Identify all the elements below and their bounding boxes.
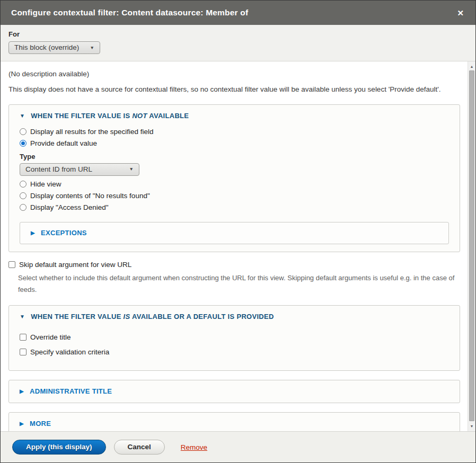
modal-title: Configure contextual filter: Content dat…	[11, 8, 456, 17]
scrollbar-thumb[interactable]	[469, 70, 474, 421]
fieldset-available: ▼ WHEN THE FILTER VALUE IS AVAILABLE OR …	[8, 305, 460, 371]
modal-footer: Apply (this display) Cancel Remove	[1, 431, 475, 462]
fieldset-not-available: ▼ WHEN THE FILTER VALUE IS NOT AVAILABLE…	[8, 104, 460, 252]
radio-row-hide-view: Hide view	[20, 180, 449, 188]
legend-text: WHEN THE FILTER VALUE IS NOT AVAILABLE	[31, 112, 189, 120]
configure-contextual-filter-modal: Configure contextual filter: Content dat…	[0, 0, 476, 463]
radio-label: Provide default value	[30, 139, 97, 147]
skip-default-description: Select whether to include this default a…	[18, 272, 457, 297]
radio-row-display-all: Display all results for the specified fi…	[20, 128, 449, 136]
radio-label: Display all results for the specified fi…	[30, 128, 154, 136]
notice-text: This display does not have a source for …	[8, 84, 460, 95]
checkbox-label: Specify validation criteria	[30, 348, 109, 356]
type-label: Type	[20, 153, 449, 161]
fieldset-available-legend[interactable]: ▼ WHEN THE FILTER VALUE IS AVAILABLE OR …	[20, 313, 449, 320]
checkbox-override-title[interactable]	[20, 334, 27, 341]
radio-label: Display contents of "No results found"	[30, 192, 150, 200]
checkbox-row-override-title: Override title	[20, 333, 449, 341]
checkbox-label: Override title	[30, 333, 71, 341]
legend-text: WHEN THE FILTER VALUE IS AVAILABLE OR A …	[31, 313, 274, 320]
expand-triangle-icon: ▶	[20, 388, 24, 394]
skip-default-row: Skip default argument for view URL	[8, 261, 460, 269]
close-icon[interactable]: ✕	[456, 7, 465, 19]
chevron-down-icon: ▼	[129, 166, 134, 172]
legend-text: ADMINISTRATIVE TITLE	[30, 387, 112, 395]
radio-label: Display "Access Denied"	[30, 203, 109, 211]
for-select-value: This block (override)	[14, 43, 79, 51]
legend-text: EXCEPTIONS	[41, 229, 87, 237]
checkbox-specify-validation[interactable]	[20, 349, 27, 355]
modal-body-content: (No description available) This display …	[1, 61, 468, 431]
expand-triangle-icon: ▶	[20, 421, 24, 426]
type-select-value: Content ID from URL	[25, 165, 92, 173]
fieldset-administrative-title-legend[interactable]: ▶ ADMINISTRATIVE TITLE	[20, 387, 449, 395]
chevron-down-icon: ▼	[90, 45, 94, 50]
collapse-triangle-icon: ▼	[20, 314, 25, 319]
radio-row-no-results: Display contents of "No results found"	[20, 192, 449, 200]
fieldset-not-available-legend[interactable]: ▼ WHEN THE FILTER VALUE IS NOT AVAILABLE	[20, 112, 449, 120]
radio-display-all[interactable]	[20, 128, 27, 135]
no-description-text: (No description available)	[8, 69, 460, 79]
radio-no-results[interactable]	[20, 192, 27, 199]
fieldset-administrative-title: ▶ ADMINISTRATIVE TITLE	[8, 380, 460, 403]
checkbox-row-validation: Specify validation criteria	[20, 348, 449, 356]
for-section: For This block (override) ▼	[1, 25, 475, 61]
cancel-button[interactable]: Cancel	[114, 440, 165, 455]
radio-row-access-denied: Display "Access Denied"	[20, 203, 449, 211]
radio-row-provide-default: Provide default value	[20, 139, 449, 147]
radio-label: Hide view	[30, 180, 61, 188]
expand-triangle-icon: ▶	[31, 230, 35, 236]
fieldset-more: ▶ MORE	[8, 412, 460, 431]
fieldset-exceptions-legend[interactable]: ▶ EXCEPTIONS	[31, 229, 438, 237]
radio-provide-default[interactable]	[20, 140, 27, 147]
scrollbar[interactable]: ▲ ▼	[468, 61, 475, 431]
type-select[interactable]: Content ID from URL ▼	[20, 163, 139, 176]
fieldset-more-legend[interactable]: ▶ MORE	[20, 420, 449, 428]
for-label: For	[8, 30, 465, 38]
checkbox-skip-default[interactable]	[8, 261, 15, 268]
scroll-up-icon[interactable]: ▲	[468, 63, 475, 70]
radio-access-denied[interactable]	[20, 204, 27, 211]
remove-link[interactable]: Remove	[181, 443, 207, 451]
scroll-down-icon[interactable]: ▼	[468, 422, 475, 430]
modal-body: (No description available) This display …	[1, 61, 475, 431]
collapse-triangle-icon: ▼	[20, 113, 25, 119]
legend-text: MORE	[30, 420, 51, 428]
checkbox-label: Skip default argument for view URL	[19, 261, 131, 269]
for-select[interactable]: This block (override) ▼	[8, 41, 100, 54]
radio-hide-view[interactable]	[20, 181, 27, 188]
fieldset-exceptions: ▶ EXCEPTIONS	[20, 222, 449, 244]
apply-button[interactable]: Apply (this display)	[12, 440, 106, 455]
modal-titlebar: Configure contextual filter: Content dat…	[1, 1, 475, 25]
